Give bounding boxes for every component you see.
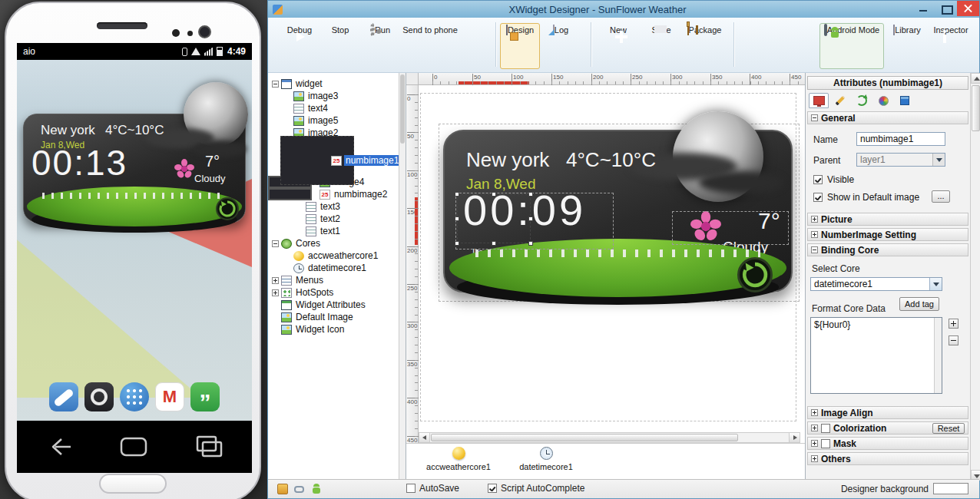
browse-button[interactable]: ... bbox=[932, 190, 950, 203]
stop-button[interactable]: Stop bbox=[320, 23, 360, 69]
section-picture[interactable]: Picture bbox=[807, 213, 968, 226]
tree-item-hotspots[interactable]: HotSpots bbox=[268, 286, 406, 299]
expand-icon[interactable] bbox=[272, 277, 279, 284]
expand-icon[interactable] bbox=[811, 409, 818, 416]
expand-icon[interactable] bbox=[811, 440, 818, 447]
camera-app-icon[interactable] bbox=[84, 382, 114, 411]
refresh-icon[interactable] bbox=[737, 257, 773, 292]
textarea-scrollbar[interactable] bbox=[934, 318, 942, 393]
tab-edit[interactable] bbox=[830, 93, 850, 108]
phone-app-icon[interactable] bbox=[49, 382, 78, 411]
section-general[interactable]: General bbox=[807, 111, 968, 124]
autosave-checkbox[interactable] bbox=[406, 484, 416, 493]
tree-item[interactable]: image3 bbox=[268, 90, 284, 102]
close-button[interactable] bbox=[957, 1, 979, 16]
phone-weather-widget[interactable]: New york 4°C~10°C Jan 8,Wed 00:13 7° Clo… bbox=[23, 114, 246, 223]
section-numberimage[interactable]: NumberImage Setting bbox=[807, 228, 968, 241]
expand-icon[interactable] bbox=[811, 231, 818, 238]
add-tag-button[interactable]: Add tag bbox=[899, 297, 939, 311]
attributes-scrollbar[interactable] bbox=[970, 73, 980, 481]
collapse-icon[interactable] bbox=[272, 81, 279, 88]
tree-item[interactable]: accweathercore1 bbox=[268, 250, 284, 262]
home-icon[interactable] bbox=[117, 431, 151, 462]
scroll-right-arrow[interactable] bbox=[789, 433, 800, 442]
app-drawer-icon[interactable] bbox=[120, 382, 149, 411]
tree-item-widget-attributes[interactable]: Widget Attributes bbox=[268, 299, 406, 311]
collapse-icon[interactable] bbox=[272, 240, 279, 247]
tree-item-widget-icon[interactable]: Widget Icon bbox=[268, 323, 406, 335]
titlebar[interactable]: XWidget Designer - SunFlower Weather bbox=[268, 1, 979, 18]
script-autocomplete-checkbox[interactable] bbox=[488, 484, 497, 493]
section-binding-core[interactable]: Binding Core bbox=[807, 243, 968, 256]
collapse-icon[interactable] bbox=[811, 114, 818, 121]
section-image-align[interactable]: Image Align bbox=[807, 406, 968, 419]
core-item-accweather[interactable]: accweathercore1 bbox=[420, 447, 497, 471]
refresh-icon[interactable] bbox=[216, 197, 239, 220]
gmail-app-icon[interactable]: M bbox=[155, 382, 184, 411]
android-mode-button[interactable]: Android Mode bbox=[819, 23, 884, 69]
tree-item-menus[interactable]: Menus bbox=[268, 274, 406, 286]
selection-handles[interactable] bbox=[457, 194, 531, 243]
tree-item[interactable]: image5 bbox=[268, 114, 284, 127]
expand-icon[interactable] bbox=[811, 216, 818, 223]
select-core-dropdown[interactable]: datetimecore1 bbox=[810, 277, 942, 291]
android-icon[interactable] bbox=[313, 487, 320, 494]
parent-dropdown[interactable]: layer1 bbox=[856, 153, 945, 167]
collapse-icon[interactable] bbox=[811, 246, 818, 253]
section-others[interactable]: Others bbox=[807, 452, 968, 465]
expand-icon[interactable] bbox=[811, 455, 818, 462]
log-button[interactable]: Log bbox=[541, 23, 580, 69]
show-default-checkbox[interactable] bbox=[813, 193, 823, 202]
inspector-button[interactable]: Inspector bbox=[929, 23, 973, 69]
widget-city[interactable]: New york bbox=[466, 148, 549, 172]
send-to-phone-button[interactable]: Send to phone bbox=[399, 23, 462, 69]
widget-temp-range[interactable]: 4°C~10°C bbox=[566, 148, 656, 172]
save-button[interactable]: Save bbox=[641, 23, 681, 69]
debug-button[interactable]: Debug bbox=[279, 23, 320, 69]
home-button[interactable] bbox=[99, 474, 167, 494]
link-icon[interactable] bbox=[294, 486, 304, 493]
expand-icon[interactable] bbox=[272, 289, 279, 296]
dropdown-arrow[interactable] bbox=[929, 278, 942, 290]
dropdown-arrow[interactable] bbox=[932, 154, 945, 166]
tab-3d[interactable] bbox=[895, 93, 915, 108]
tree-item[interactable]: datetimecore1 bbox=[268, 262, 284, 274]
visible-checkbox[interactable] bbox=[813, 175, 823, 184]
scroll-left-arrow[interactable] bbox=[419, 433, 430, 442]
remove-row-button[interactable] bbox=[949, 335, 958, 345]
quotes-app-icon[interactable]: ” bbox=[190, 382, 220, 411]
add-row-button[interactable] bbox=[949, 319, 958, 329]
section-mask[interactable]: Mask bbox=[807, 437, 968, 450]
canvas-weather-widget[interactable]: New york 4°C~10°C Jan 8,Wed 00:09 Loadin… bbox=[443, 130, 793, 292]
colorization-checkbox[interactable] bbox=[821, 424, 830, 433]
scroll-thumb[interactable] bbox=[972, 85, 980, 131]
tree-item-selected[interactable]: 25numbimage1 bbox=[280, 136, 354, 185]
format-core-data-textarea[interactable]: ${Hour0} bbox=[810, 317, 942, 394]
tab-display[interactable] bbox=[809, 93, 829, 108]
minimize-button[interactable] bbox=[912, 1, 935, 16]
scroll-thumb[interactable] bbox=[431, 434, 738, 441]
recents-icon[interactable] bbox=[192, 431, 226, 462]
tree-item[interactable]: text2 bbox=[268, 213, 296, 225]
tree-item[interactable]: text1 bbox=[268, 225, 296, 237]
reset-button[interactable]: Reset bbox=[932, 423, 965, 434]
tab-sync[interactable] bbox=[852, 93, 872, 108]
theme-icon[interactable] bbox=[277, 484, 288, 494]
designer-background-swatch[interactable] bbox=[933, 483, 968, 494]
maximize-button[interactable] bbox=[935, 1, 957, 16]
tree-item-cores[interactable]: Cores bbox=[268, 237, 406, 250]
expand-icon[interactable] bbox=[811, 425, 818, 431]
scroll-up-arrow[interactable] bbox=[971, 73, 980, 84]
tree-item-widget[interactable]: widget bbox=[268, 78, 406, 90]
tree-scrollbar[interactable] bbox=[399, 73, 406, 481]
canvas-horizontal-scrollbar[interactable] bbox=[419, 432, 800, 443]
library-button[interactable]: Library bbox=[887, 23, 927, 69]
tab-color[interactable] bbox=[873, 93, 893, 108]
tree-item-default-image[interactable]: Default Image bbox=[268, 311, 406, 323]
tree-item[interactable]: 25numbimage2 bbox=[268, 188, 312, 200]
tree-item[interactable]: text3 bbox=[268, 200, 296, 213]
design-button[interactable]: Design bbox=[500, 23, 540, 69]
package-button[interactable]: Package bbox=[681, 23, 727, 69]
design-canvas[interactable]: New york 4°C~10°C Jan 8,Wed 00:09 Loadin… bbox=[419, 85, 805, 432]
back-icon[interactable] bbox=[43, 431, 75, 462]
